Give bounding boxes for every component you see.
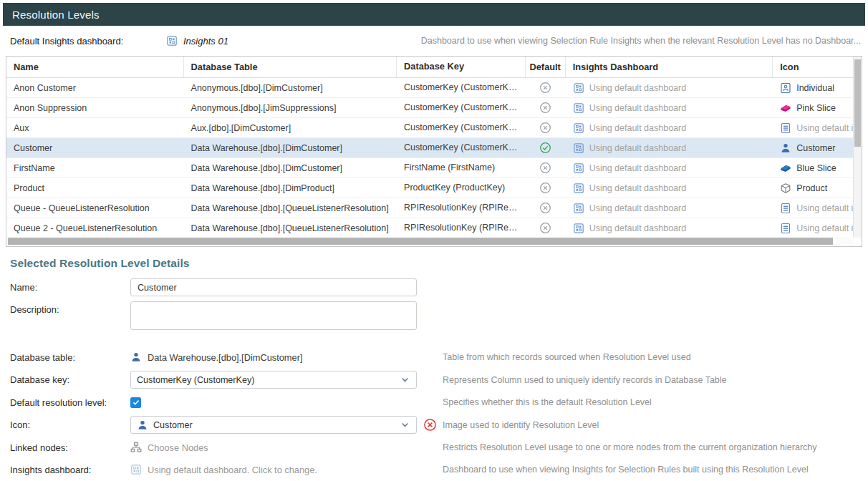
remove-icon-button[interactable] (423, 418, 437, 432)
dashboard-icon (573, 82, 584, 94)
chevron-down-icon (400, 419, 410, 430)
table-row[interactable]: AuxAux.[dbo].[DimCustomer]CustomerKey (C… (6, 118, 862, 138)
database-table-label: Database table: (10, 352, 130, 363)
cell-default (526, 222, 566, 234)
icon-select[interactable]: Customer (130, 416, 417, 434)
cell-insights-dashboard: Using default dashboard (566, 142, 773, 154)
cell-insights-dashboard: Using default dashboard (566, 162, 773, 174)
cell-database-key: RPIResolutionKey (RPIResolutionKey) (397, 218, 526, 238)
linked-nodes-hint: Restricts Resolution Level usage to one … (443, 442, 817, 452)
hierarchy-nodes-icon (130, 442, 142, 453)
table-row[interactable]: CustomerData Warehouse.[dbo].[DimCustome… (6, 138, 862, 158)
table-row[interactable]: ProductData Warehouse.[dbo].[DimProduct]… (6, 178, 862, 198)
cell-database-table: Data Warehouse.[dbo].[DimCustomer] (184, 163, 397, 173)
cell-database-table: Anonymous.[dbo].[DimCustomer] (184, 83, 397, 93)
cell-insights-dashboard: Using default dashboard (566, 102, 773, 114)
cell-default (526, 162, 566, 174)
table-row[interactable]: Queue 2 - QueueListenerResolutionData Wa… (6, 218, 862, 238)
cell-icon: Using default icon (773, 223, 853, 234)
name-row: Name: (10, 278, 858, 296)
dashboard-icon (166, 35, 178, 47)
icon-label: Icon: (10, 419, 130, 430)
customer-person-icon (130, 351, 142, 363)
icon-row: Icon: Customer Image used to identify Re… (10, 416, 858, 434)
dashboard-icon (573, 183, 584, 194)
cell-name: Queue 2 - QueueListenerResolution (6, 223, 184, 233)
default-no-icon (539, 82, 551, 94)
doc-icon (780, 223, 791, 234)
cell-name: Queue - QueueListenerResolution (6, 203, 184, 213)
table-row[interactable]: Anon SuppressionAnonymous.[dbo].[JimSupp… (6, 98, 862, 118)
cell-icon: Individual (773, 82, 853, 94)
pink-slice-icon (780, 102, 791, 114)
dashboard-icon (130, 464, 142, 475)
database-key-select[interactable]: CustomerKey (CustomerKey) (130, 371, 417, 389)
cell-icon: Using default icon (773, 122, 853, 134)
cell-database-table: Aux.[dbo].[DimCustomer] (184, 123, 397, 133)
default-dashboard-value[interactable]: Insights 01 (183, 36, 228, 47)
column-header-insights-dashboard[interactable]: Insights Dashboard (566, 57, 773, 77)
database-table-row: Database table: Data Warehouse.[dbo].[Di… (10, 349, 858, 366)
column-header-database-table[interactable]: Database Table (184, 57, 397, 77)
name-input[interactable] (130, 278, 417, 296)
check-icon (132, 398, 140, 407)
cell-icon: Product (773, 183, 853, 194)
horizontal-scrollbar-thumb[interactable] (8, 238, 833, 245)
panel-title-bar: Resolution Levels (3, 3, 865, 26)
description-row: Description: (10, 301, 858, 330)
cell-database-key: CustomerKey (CustomerKey) (397, 78, 526, 97)
database-table-value: Data Warehouse.[dbo].[DimCustomer] (130, 351, 302, 363)
cell-database-table: Anonymous.[dbo].[JimSuppressions] (184, 103, 397, 113)
column-header-name[interactable]: Name (6, 57, 184, 77)
chevron-down-icon (400, 374, 410, 385)
doc-icon (780, 122, 791, 134)
dashboard-icon (573, 102, 584, 114)
table-row[interactable]: Queue - QueueListenerResolutionData Ware… (6, 198, 862, 218)
default-no-icon (539, 122, 551, 134)
cell-insights-dashboard: Using default dashboard (566, 223, 773, 234)
cell-insights-dashboard: Using default dashboard (566, 82, 773, 94)
description-label: Description: (10, 301, 130, 315)
customer-person-icon (137, 419, 148, 431)
column-header-icon[interactable]: Icon (773, 57, 853, 77)
table-row[interactable]: FirstNameData Warehouse.[dbo].[DimCustom… (6, 158, 862, 178)
cell-name: Customer (6, 143, 184, 153)
default-resolution-label: Default resolution level: (10, 397, 130, 408)
details-heading: Selected Resolution Level Details (10, 257, 858, 270)
cell-insights-dashboard: Using default dashboard (566, 122, 773, 134)
table-body: Anon CustomerAnonymous.[dbo].[DimCustome… (6, 78, 862, 238)
description-input[interactable] (130, 301, 417, 330)
column-header-default[interactable]: Default (526, 57, 566, 77)
cell-database-key: FirstName (FirstName) (397, 158, 526, 178)
table-row[interactable]: Anon CustomerAnonymous.[dbo].[DimCustome… (6, 78, 862, 98)
resolution-levels-table: Name Database Table Database Key Default… (6, 56, 862, 247)
vertical-scrollbar[interactable] (853, 57, 862, 237)
icon-hint: Image used to identify Resolution Level (443, 420, 599, 430)
default-dashboard-label: Default Insights dashboard: (10, 36, 166, 47)
individual-icon (780, 82, 791, 94)
cell-database-table: Data Warehouse.[dbo].[DimCustomer] (184, 143, 397, 153)
cell-name: Product (6, 183, 184, 193)
default-resolution-checkbox[interactable] (130, 397, 141, 408)
cell-insights-dashboard: Using default dashboard (566, 183, 773, 194)
default-resolution-row: Default resolution level: Specifies whet… (10, 394, 858, 411)
database-key-hint: Represents Column used to uniquely ident… (443, 375, 727, 385)
dashboard-icon (573, 162, 584, 174)
default-no-icon (539, 182, 551, 194)
default-resolution-hint: Specifies whether this is the default Re… (443, 397, 652, 407)
cell-database-key: CustomerKey (CustomerKey) (397, 138, 526, 157)
dashboard-icon (573, 142, 584, 154)
default-no-icon (539, 222, 551, 234)
vertical-scrollbar-thumb[interactable] (854, 59, 861, 147)
database-key-label: Database key: (10, 374, 130, 385)
cell-default (526, 82, 566, 94)
cell-icon: Pink Slice (773, 102, 853, 114)
default-dashboard-hint: Dashboard to use when viewing Selection … (421, 36, 861, 46)
cell-name: Anon Suppression (6, 103, 184, 113)
insights-dashboard-button[interactable]: Using default dashboard. Click to change… (130, 464, 317, 475)
doc-icon (780, 203, 791, 214)
column-header-database-key[interactable]: Database Key (397, 57, 526, 77)
horizontal-scrollbar[interactable] (6, 237, 853, 246)
cell-database-key: CustomerKey (CustomerKey) (397, 118, 526, 137)
choose-nodes-button[interactable]: Choose Nodes (130, 442, 208, 453)
